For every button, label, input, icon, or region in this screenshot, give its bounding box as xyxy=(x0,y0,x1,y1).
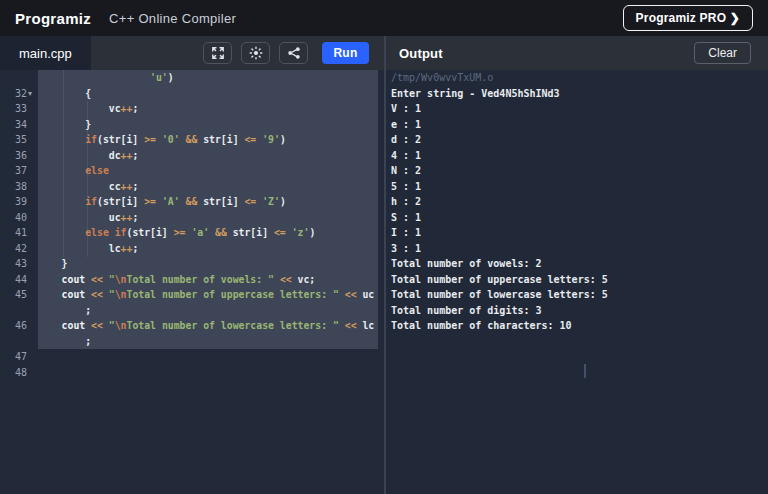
output-line: e : 1 xyxy=(391,117,768,133)
workspace: main.cpp xyxy=(0,36,768,494)
code-line: ; xyxy=(0,334,384,350)
line-number: 45 xyxy=(0,287,38,303)
code-line: 37 else xyxy=(0,163,384,179)
code-line: 47 xyxy=(0,349,384,365)
line-number: 35 xyxy=(0,132,38,148)
output-line: N : 2 xyxy=(391,163,768,179)
line-number: 46 xyxy=(0,318,38,334)
code-line: 48 xyxy=(0,365,384,381)
product-title: C++ Online Compiler xyxy=(109,11,236,26)
code-text[interactable]: 'u') xyxy=(38,70,378,86)
tab-main-cpp[interactable]: main.cpp xyxy=(0,36,91,70)
code-text[interactable]: else xyxy=(38,163,378,179)
output-title: Output xyxy=(399,46,443,61)
code-line: 36 dc++; xyxy=(0,148,384,164)
output-line: h : 2 xyxy=(391,194,768,210)
code-text[interactable]: lc++; xyxy=(38,241,378,257)
editor-content[interactable]: 'u')32▾ {33 vc++;34 }35 if(str[i] >= '0'… xyxy=(0,70,384,380)
theme-toggle-button[interactable] xyxy=(241,42,270,64)
line-number: 39 xyxy=(0,194,38,210)
output-line: 4 : 1 xyxy=(391,148,768,164)
terminal-caret xyxy=(584,364,586,378)
brightness-icon xyxy=(249,46,263,60)
programiz-pro-button[interactable]: Programiz PRO ❯ xyxy=(623,5,753,31)
output-line: 5 : 1 xyxy=(391,179,768,195)
code-line: ; xyxy=(0,303,384,319)
output-line: Total number of digits: 3 xyxy=(391,303,768,319)
code-text[interactable] xyxy=(38,349,378,365)
line-number: 48 xyxy=(0,365,38,381)
code-line: 44 cout << "\nTotal number of vowels: " … xyxy=(0,272,384,288)
top-header: Programiz C++ Online Compiler Programiz … xyxy=(0,0,768,36)
output-panel: Output Clear /tmp/Wv0wvvTxUM.oEnter stri… xyxy=(384,36,768,494)
output-line: /tmp/Wv0wvvTxUM.o xyxy=(391,70,768,86)
output-line: V : 1 xyxy=(391,101,768,117)
line-number: 40 xyxy=(0,210,38,226)
code-line: 32▾ { xyxy=(0,86,384,102)
fullscreen-icon xyxy=(211,46,225,60)
code-line: 35 if(str[i] >= '0' && str[i] <= '9') xyxy=(0,132,384,148)
share-icon xyxy=(287,46,301,60)
indent-guide xyxy=(63,70,64,257)
line-number xyxy=(0,303,38,319)
code-line: 40 uc++; xyxy=(0,210,384,226)
code-line: 41 else if(str[i] >= 'a' && str[i] <= 'z… xyxy=(0,225,384,241)
line-number: 47 xyxy=(0,349,38,365)
output-line: Total number of vowels: 2 xyxy=(391,256,768,272)
programiz-logo[interactable]: Programiz xyxy=(15,10,91,27)
output-line: Total number of uppercase letters: 5 xyxy=(391,272,768,288)
indent-guide xyxy=(87,101,88,257)
output-header: Output Clear xyxy=(386,36,768,70)
clear-button[interactable]: Clear xyxy=(694,42,751,64)
code-line: 42 lc++; xyxy=(0,241,384,257)
code-text[interactable]: if(str[i] >= '0' && str[i] <= '9') xyxy=(38,132,378,148)
output-line: Enter string - Ved4N5hShINd3 xyxy=(391,86,768,102)
output-line: 3 : 1 xyxy=(391,241,768,257)
code-text[interactable]: ; xyxy=(38,334,378,350)
output-line: I : 1 xyxy=(391,225,768,241)
code-line: 43 } xyxy=(0,256,384,272)
line-number: 42 xyxy=(0,241,38,257)
code-line: 33 vc++; xyxy=(0,101,384,117)
code-text[interactable]: if(str[i] >= 'A' && str[i] <= 'Z') xyxy=(38,194,378,210)
code-text[interactable] xyxy=(38,365,378,381)
code-text[interactable]: uc++; xyxy=(38,210,378,226)
line-number: 32 xyxy=(0,86,38,102)
code-text[interactable]: cout << "\nTotal number of uppercase let… xyxy=(38,287,378,303)
output-console[interactable]: /tmp/Wv0wvvTxUM.oEnter string - Ved4N5hS… xyxy=(386,70,768,494)
fullscreen-button[interactable] xyxy=(203,42,232,64)
code-text[interactable]: } xyxy=(38,117,378,133)
line-number: 43 xyxy=(0,256,38,272)
code-text[interactable]: dc++; xyxy=(38,148,378,164)
code-line: 'u') xyxy=(0,70,384,86)
share-button[interactable] xyxy=(279,42,308,64)
line-number: 37 xyxy=(0,163,38,179)
code-text[interactable]: else if(str[i] >= 'a' && str[i] <= 'z') xyxy=(38,225,378,241)
toolbar-actions: Run xyxy=(203,42,384,64)
editor-toolbar: main.cpp xyxy=(0,36,384,70)
fold-caret-icon[interactable]: ▾ xyxy=(28,86,32,102)
code-text[interactable]: cc++; xyxy=(38,179,378,195)
code-line: 39 if(str[i] >= 'A' && str[i] <= 'Z') xyxy=(0,194,384,210)
output-line: Total number of characters: 10 xyxy=(391,318,768,334)
code-text[interactable]: { xyxy=(38,86,378,102)
line-number xyxy=(0,334,38,350)
code-text[interactable]: cout << "\nTotal number of vowels: " << … xyxy=(38,272,378,288)
code-text[interactable]: ; xyxy=(38,303,378,319)
code-text[interactable]: cout << "\nTotal number of lowercase let… xyxy=(38,318,378,334)
output-line: d : 2 xyxy=(391,132,768,148)
editor-panel: main.cpp xyxy=(0,36,384,494)
line-number: 36 xyxy=(0,148,38,164)
output-line: Total number of lowercase letters: 5 xyxy=(391,287,768,303)
code-line: 34 } xyxy=(0,117,384,133)
line-number: 33 xyxy=(0,101,38,117)
line-number: 38 xyxy=(0,179,38,195)
code-line: 38 cc++; xyxy=(0,179,384,195)
line-number: 44 xyxy=(0,272,38,288)
code-text[interactable]: } xyxy=(38,256,378,272)
line-number xyxy=(0,70,38,86)
run-button[interactable]: Run xyxy=(322,42,369,64)
code-line: 46 cout << "\nTotal number of lowercase … xyxy=(0,318,384,334)
code-text[interactable]: vc++; xyxy=(38,101,378,117)
line-number: 41 xyxy=(0,225,38,241)
